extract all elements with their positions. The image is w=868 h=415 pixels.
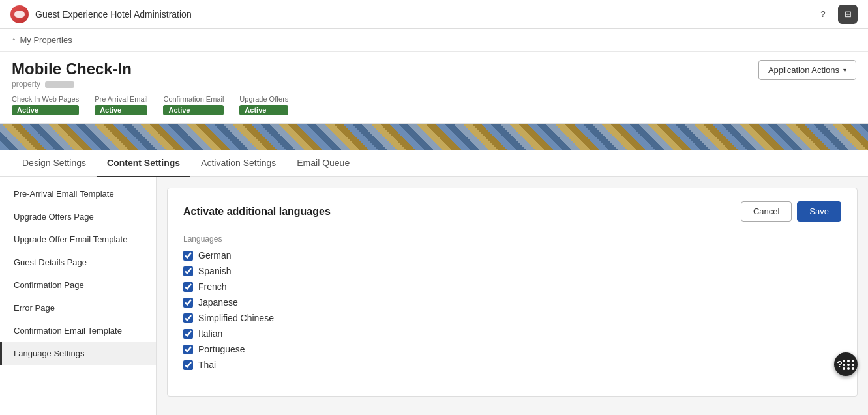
status-label: Confirmation Email: [163, 95, 224, 103]
tab-activation-settings[interactable]: Activation Settings: [190, 150, 286, 177]
main-layout: Pre-Arrival Email TemplateUpgrade Offers…: [0, 177, 868, 415]
app-actions-label: Application Actions: [768, 65, 839, 75]
app-actions-button[interactable]: Application Actions ▾: [758, 60, 856, 80]
panel-title: Activate additional languages: [183, 206, 331, 218]
status-badge: Active: [95, 105, 147, 115]
language-checkbox-portuguese[interactable]: [183, 345, 193, 354]
languages-header: Languages: [183, 235, 841, 244]
status-label: Pre Arrival Email: [95, 95, 147, 103]
sidebar-item-error-page[interactable]: Error Page: [0, 296, 156, 319]
status-item: Upgrade Offers Active: [239, 95, 288, 115]
language-checkbox-thai[interactable]: [183, 360, 193, 370]
page-header-top: Mobile Check-In property Application Act…: [12, 60, 856, 89]
help-bubble[interactable]: ?: [834, 352, 858, 376]
language-name: Japanese: [198, 297, 238, 308]
page-header-left: Mobile Check-In property: [12, 60, 132, 89]
tab-design-settings[interactable]: Design Settings: [12, 150, 97, 177]
app-title: Guest Experience Hotel Administration: [35, 9, 192, 20]
language-name: Portuguese: [198, 344, 245, 354]
navbar: Guest Experience Hotel Administration ? …: [0, 0, 868, 29]
page-title: Mobile Check-In: [12, 60, 132, 78]
help-button[interactable]: ?: [813, 5, 833, 24]
property-blur: [45, 81, 74, 88]
sidebar: Pre-Arrival Email TemplateUpgrade Offers…: [0, 177, 157, 415]
list-item: Italian: [183, 328, 841, 339]
sidebar-item-guest-details-page[interactable]: Guest Details Page: [0, 251, 156, 274]
page-header: Mobile Check-In property Application Act…: [0, 52, 868, 124]
status-badge: Active: [163, 105, 224, 115]
sidebar-item-confirmation-page[interactable]: Confirmation Page: [0, 274, 156, 296]
sidebar-item-confirmation-email-template[interactable]: Confirmation Email Template: [0, 319, 156, 342]
save-button[interactable]: Save: [797, 201, 841, 222]
breadcrumb-arrow: ↑: [12, 35, 16, 45]
panel-actions: Cancel Save: [741, 201, 841, 222]
breadcrumb: ↑ My Properties: [0, 29, 868, 52]
list-item: French: [183, 281, 841, 292]
list-item: Simplified Chinese: [183, 313, 841, 323]
language-name: Italian: [198, 328, 222, 339]
status-item: Check In Web Pages Active: [12, 95, 79, 115]
status-badge: Active: [12, 105, 79, 115]
help-dots: [843, 360, 855, 370]
status-badge: Active: [239, 105, 288, 115]
status-item: Pre Arrival Email Active: [95, 95, 147, 115]
navbar-right: ? ⊞: [813, 5, 858, 24]
list-item: Thai: [183, 360, 841, 370]
breadcrumb-link[interactable]: My Properties: [20, 35, 72, 45]
list-item: German: [183, 250, 841, 261]
language-name: Simplified Chinese: [198, 313, 274, 323]
language-settings-panel: Activate additional languages Cancel Sav…: [167, 188, 858, 397]
list-item: Spanish: [183, 266, 841, 276]
tab-email-queue[interactable]: Email Queue: [286, 150, 360, 177]
language-checkbox-german[interactable]: [183, 251, 193, 261]
language-checkbox-simplified-chinese[interactable]: [183, 313, 193, 323]
language-name: Spanish: [198, 266, 232, 276]
sidebar-item-upgrade-offer-email-template[interactable]: Upgrade Offer Email Template: [0, 228, 156, 251]
status-label: Upgrade Offers: [239, 95, 288, 103]
language-checkbox-spanish[interactable]: [183, 266, 193, 276]
status-row: Check In Web Pages Active Pre Arrival Em…: [12, 95, 856, 123]
grid-button[interactable]: ⊞: [838, 5, 858, 24]
list-item: Portuguese: [183, 344, 841, 354]
sidebar-item-pre-arrival-email-template[interactable]: Pre-Arrival Email Template: [0, 182, 156, 205]
sidebar-item-upgrade-offers-page[interactable]: Upgrade Offers Page: [0, 205, 156, 228]
panel-header: Activate additional languages Cancel Sav…: [183, 201, 841, 222]
language-checkbox-japanese[interactable]: [183, 298, 193, 308]
app-logo: [10, 5, 29, 23]
page-subtitle: property: [12, 79, 132, 89]
navbar-left: Guest Experience Hotel Administration: [10, 5, 192, 23]
content-area: Activate additional languages Cancel Sav…: [157, 177, 868, 415]
language-name: German: [198, 250, 232, 261]
language-checkbox-french[interactable]: [183, 282, 193, 292]
list-item: Japanese: [183, 297, 841, 308]
language-checkbox-italian[interactable]: [183, 329, 193, 339]
status-label: Check In Web Pages: [12, 95, 79, 103]
hero-banner: [0, 124, 868, 150]
tabs: Design SettingsContent SettingsActivatio…: [0, 150, 868, 177]
language-list: GermanSpanishFrenchJapaneseSimplified Ch…: [183, 250, 841, 370]
sidebar-item-language-settings[interactable]: Language Settings: [0, 342, 156, 365]
language-name: Thai: [198, 360, 216, 370]
status-item: Confirmation Email Active: [163, 95, 224, 115]
cancel-button[interactable]: Cancel: [741, 201, 792, 222]
app-actions-caret-icon: ▾: [843, 66, 846, 74]
language-name: French: [198, 281, 227, 292]
tab-content-settings[interactable]: Content Settings: [97, 150, 190, 177]
